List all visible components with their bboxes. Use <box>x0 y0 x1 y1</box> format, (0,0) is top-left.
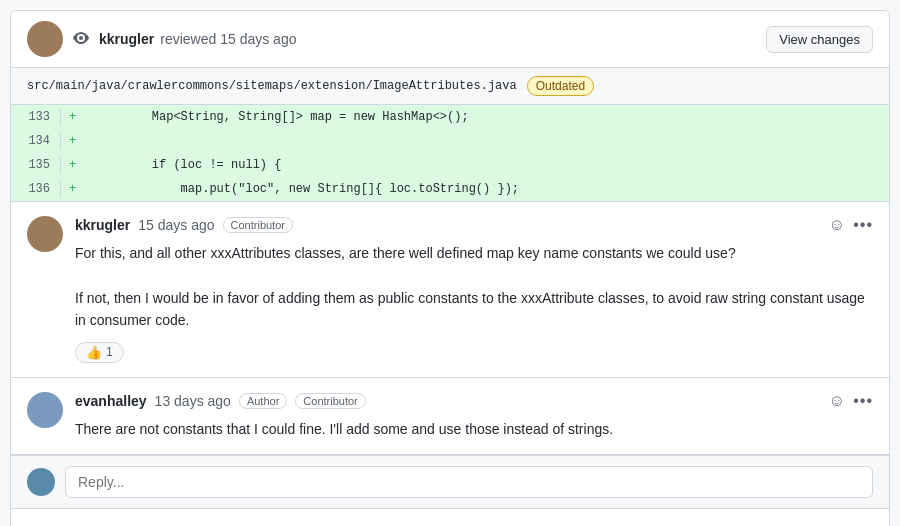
review-time: reviewed 15 days ago <box>160 31 296 47</box>
line-content: Map<String, String[]> map = new HashMap<… <box>84 108 478 126</box>
file-path: src/main/java/crawlercommons/sitemaps/ex… <box>27 79 517 93</box>
line-marker: + <box>61 180 84 198</box>
comment-item: evanhalley 13 days ago Author Contributo… <box>11 378 889 455</box>
line-marker: + <box>61 156 84 174</box>
comment-time: 13 days ago <box>155 393 231 409</box>
line-content <box>84 139 104 143</box>
line-number: 134 <box>11 132 61 150</box>
comment-header: kkrugler 15 days ago Contributor ☺ ••• <box>75 216 873 234</box>
comment-author: kkrugler <box>75 217 130 233</box>
emoji-reaction-icon[interactable]: ☺ <box>829 216 845 234</box>
comment-time: 15 days ago <box>138 217 214 233</box>
comment-paragraph-2: If not, then I would be in favor of addi… <box>75 287 873 332</box>
comment-item: kkrugler 15 days ago Contributor ☺ ••• F… <box>11 201 889 378</box>
line-content: if (loc != null) { <box>84 156 291 174</box>
thumbs-up-reaction[interactable]: 👍 1 <box>75 342 124 363</box>
line-marker: + <box>61 132 84 150</box>
more-options-icon[interactable]: ••• <box>853 392 873 410</box>
file-path-bar: src/main/java/crawlercommons/sitemaps/ex… <box>11 67 889 105</box>
review-container: kkrugler reviewed 15 days ago View chang… <box>10 10 890 526</box>
role-badge-contributor: Contributor <box>295 393 365 409</box>
comment-avatar <box>27 216 63 252</box>
review-header: kkrugler reviewed 15 days ago View chang… <box>11 11 889 67</box>
reply-avatar <box>27 468 55 496</box>
reply-box <box>11 455 889 508</box>
comment-actions: ☺ ••• <box>829 216 873 234</box>
comment-header: evanhalley 13 days ago Author Contributo… <box>75 392 873 410</box>
comment-avatar <box>27 392 63 428</box>
code-line: 135 + if (loc != null) { <box>11 153 889 177</box>
comment-actions: ☺ ••• <box>829 392 873 410</box>
code-line: 136 + map.put("loc", new String[]{ loc.t… <box>11 177 889 201</box>
line-number: 135 <box>11 156 61 174</box>
reviewer-name: kkrugler <box>99 31 154 47</box>
emoji-reaction-icon[interactable]: ☺ <box>829 392 845 410</box>
role-badge-author: Author <box>239 393 287 409</box>
reply-input[interactable] <box>65 466 873 498</box>
reviewer-avatar <box>27 21 63 57</box>
more-options-icon[interactable]: ••• <box>853 216 873 234</box>
line-number: 133 <box>11 108 61 126</box>
code-line: 134 + <box>11 129 889 153</box>
reaction-emoji: 👍 <box>86 345 102 360</box>
comment-header-left: evanhalley 13 days ago Author Contributo… <box>75 393 366 409</box>
comment-body: kkrugler 15 days ago Contributor ☺ ••• F… <box>75 216 873 363</box>
comment-paragraph: There are not constants that I could fin… <box>75 418 873 440</box>
view-changes-button[interactable]: View changes <box>766 26 873 53</box>
comment-body: evanhalley 13 days ago Author Contributo… <box>75 392 873 440</box>
comment-header-left: kkrugler 15 days ago Contributor <box>75 217 293 233</box>
outdated-badge: Outdated <box>527 76 594 96</box>
role-badge-contributor: Contributor <box>223 217 293 233</box>
comment-text: There are not constants that I could fin… <box>75 418 873 440</box>
resolve-section: Resolve conversation <box>11 508 889 526</box>
review-meta: kkrugler reviewed 15 days ago <box>99 31 296 47</box>
code-block: 133 + Map<String, String[]> map = new Ha… <box>11 105 889 201</box>
comment-text: For this, and all other xxxAttributes cl… <box>75 242 873 332</box>
line-content: map.put("loc", new String[]{ loc.toStrin… <box>84 180 529 198</box>
comment-author: evanhalley <box>75 393 147 409</box>
comment-paragraph-1: For this, and all other xxxAttributes cl… <box>75 242 873 264</box>
eye-icon[interactable] <box>73 30 89 49</box>
reaction-count: 1 <box>106 345 113 359</box>
line-number: 136 <box>11 180 61 198</box>
code-line: 133 + Map<String, String[]> map = new Ha… <box>11 105 889 129</box>
line-marker: + <box>61 108 84 126</box>
review-header-left: kkrugler reviewed 15 days ago <box>27 21 296 57</box>
comments-section: kkrugler 15 days ago Contributor ☺ ••• F… <box>11 201 889 526</box>
